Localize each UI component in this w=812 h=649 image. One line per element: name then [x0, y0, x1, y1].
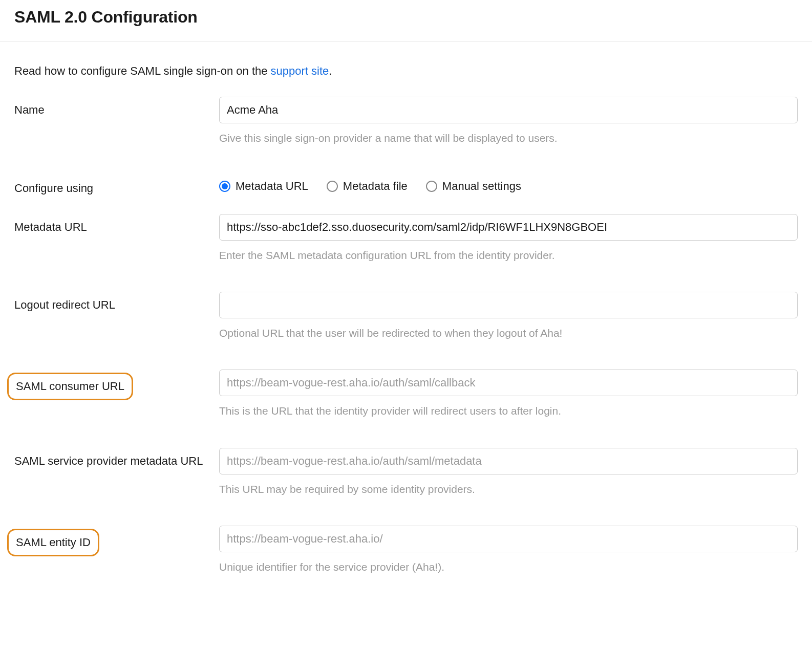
radio-label: Metadata URL: [236, 178, 308, 194]
radio-metadata-url[interactable]: Metadata URL: [219, 178, 308, 194]
saml-consumer-url-input[interactable]: [219, 370, 798, 396]
radio-icon: [426, 181, 437, 192]
label-saml-sp-metadata-url: SAML service provider metadata URL: [14, 448, 219, 469]
configure-using-radio-group: Metadata URL Metadata file Manual settin…: [219, 175, 798, 194]
help-saml-consumer-url: This is the URL that the identity provid…: [219, 403, 798, 419]
page-title: SAML 2.0 Configuration: [14, 5, 812, 29]
row-name: Name Give this single sign-on provider a…: [14, 97, 798, 146]
radio-label: Metadata file: [343, 178, 408, 194]
radio-manual-settings[interactable]: Manual settings: [426, 178, 521, 194]
label-name: Name: [14, 97, 219, 118]
label-saml-consumer-url: SAML consumer URL: [7, 373, 133, 400]
intro-suffix: .: [329, 64, 332, 77]
label-metadata-url: Metadata URL: [14, 214, 219, 235]
row-configure-using: Configure using Metadata URL Metadata fi…: [14, 175, 798, 197]
row-saml-sp-metadata-url: SAML service provider metadata URL This …: [14, 448, 798, 497]
label-saml-entity-id: SAML entity ID: [7, 529, 99, 556]
section-divider: [0, 41, 812, 41]
name-input[interactable]: [219, 97, 798, 123]
support-site-link[interactable]: support site: [271, 64, 329, 77]
row-saml-entity-id: SAML entity ID Unique identifier for the…: [14, 526, 798, 575]
row-metadata-url: Metadata URL Enter the SAML metadata con…: [14, 214, 798, 263]
help-name: Give this single sign-on provider a name…: [219, 131, 798, 146]
logout-redirect-url-input[interactable]: [219, 292, 798, 318]
radio-icon: [327, 181, 338, 192]
row-saml-consumer-url: SAML consumer URL This is the URL that t…: [14, 370, 798, 419]
help-saml-sp-metadata-url: This URL may be required by some identit…: [219, 482, 798, 497]
help-logout-redirect-url: Optional URL that the user will be redir…: [219, 326, 798, 341]
radio-metadata-file[interactable]: Metadata file: [327, 178, 408, 194]
label-logout-redirect-url: Logout redirect URL: [14, 292, 219, 313]
metadata-url-input[interactable]: [219, 214, 798, 241]
radio-icon: [219, 181, 230, 192]
intro-text: Read how to configure SAML single sign-o…: [14, 63, 812, 79]
help-saml-entity-id: Unique identifier for the service provid…: [219, 559, 798, 575]
label-configure-using: Configure using: [14, 175, 219, 197]
saml-entity-id-input[interactable]: [219, 526, 798, 552]
help-metadata-url: Enter the SAML metadata configuration UR…: [219, 248, 798, 263]
intro-prefix: Read how to configure SAML single sign-o…: [14, 64, 271, 77]
saml-sp-metadata-url-input[interactable]: [219, 448, 798, 474]
row-logout-redirect-url: Logout redirect URL Optional URL that th…: [14, 292, 798, 341]
radio-label: Manual settings: [442, 178, 521, 194]
